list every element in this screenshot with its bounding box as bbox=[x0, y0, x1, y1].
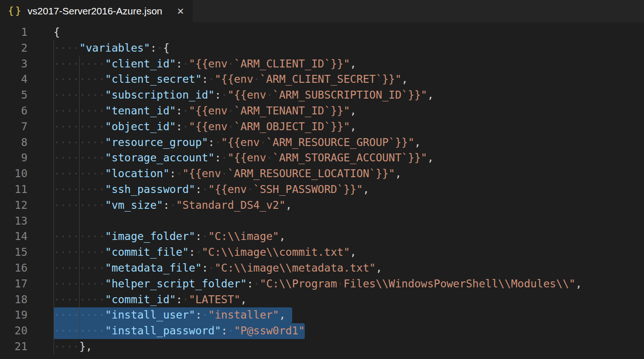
code-area[interactable]: 1{2····"variables":·{3········"client_id… bbox=[0, 25, 644, 355]
code-token: : bbox=[202, 262, 208, 274]
code-line-content[interactable]: ········"client_id":·"{{env·`ARM_CLIENT_… bbox=[54, 56, 356, 72]
line-number[interactable]: 8 bbox=[0, 135, 27, 151]
line-number[interactable]: 10 bbox=[0, 166, 27, 182]
code-line-content[interactable]: ········"ssh_password":·"{{env·`SSH_PASS… bbox=[54, 182, 369, 198]
line-number[interactable]: 13 bbox=[0, 213, 27, 229]
code-line[interactable]: 11········"ssh_password":·"{{env·`SSH_PA… bbox=[0, 182, 644, 198]
code-line[interactable]: 1{ bbox=[0, 25, 644, 40]
line-number[interactable]: 19 bbox=[0, 307, 27, 323]
code-line-content[interactable]: ········"vm_size":·"Standard_DS4_v2", bbox=[54, 198, 292, 213]
code-line[interactable]: 15········"commit_file":·"C:\\image\\com… bbox=[0, 245, 644, 260]
code-line[interactable]: 4········"client_secret":·"{{env·`ARM_CL… bbox=[0, 72, 644, 87]
code-token: , bbox=[350, 246, 356, 258]
line-number[interactable]: 3 bbox=[0, 56, 27, 72]
code-line[interactable]: 3········"client_id":·"{{env·`ARM_CLIENT… bbox=[0, 56, 644, 72]
line-number[interactable]: 6 bbox=[0, 103, 27, 119]
whitespace-dots: · bbox=[228, 105, 234, 117]
line-number[interactable]: 18 bbox=[0, 292, 27, 308]
code-line-content[interactable]: ········"client_secret":·"{{env·`ARM_CLI… bbox=[54, 72, 408, 87]
code-token: , bbox=[350, 105, 356, 117]
whitespace-dots: · bbox=[228, 58, 234, 70]
whitespace-dots: ········ bbox=[54, 152, 105, 164]
code-line[interactable]: 7········"object_id":·"{{env·`ARM_OBJECT… bbox=[0, 119, 644, 135]
line-number[interactable]: 14 bbox=[0, 229, 27, 245]
code-line[interactable]: 13 bbox=[0, 213, 644, 229]
code-token: "ssh_password" bbox=[105, 183, 195, 195]
code-token: : bbox=[195, 183, 202, 195]
code-line[interactable]: 21····}, bbox=[0, 339, 644, 355]
code-line-content[interactable]: ········"subscription_id":·"{{env·`ARM_S… bbox=[54, 87, 434, 103]
code-token: }, bbox=[79, 340, 92, 352]
code-token: "P@ssw0rd1" bbox=[234, 325, 305, 337]
code-line[interactable]: 8········"resource_group":·"{{env·`ARM_R… bbox=[0, 135, 644, 151]
code-line-content[interactable]: ········"install_password":·"P@ssw0rd1" bbox=[54, 323, 305, 339]
code-line[interactable]: 18········"commit_id":·"LATEST", bbox=[0, 292, 644, 308]
code-line[interactable]: 17········"helper_script_folder":·"C:\\P… bbox=[0, 276, 644, 292]
line-number[interactable]: 4 bbox=[0, 72, 27, 87]
code-token: "storage_account" bbox=[105, 152, 215, 164]
code-line-content[interactable]: { bbox=[54, 25, 60, 40]
tab-vs2017-server2016-azure-json[interactable]: {} vs2017-Server2016-Azure.json ✕ bbox=[0, 0, 193, 22]
code-line-content[interactable]: ········"tenant_id":·"{{env·`ARM_TENANT_… bbox=[54, 103, 356, 119]
code-line-content[interactable]: ····"variables":·{ bbox=[54, 40, 169, 56]
code-line-content[interactable]: ········"commit_file":·"C:\\image\\commi… bbox=[54, 245, 356, 260]
whitespace-dots: · bbox=[208, 262, 215, 274]
line-number[interactable]: 15 bbox=[0, 245, 27, 260]
whitespace-dots: ········ bbox=[54, 262, 105, 274]
code-token: "C:\\Program bbox=[260, 278, 337, 290]
whitespace-dots: · bbox=[202, 183, 208, 195]
code-line-content[interactable]: ········"location":·"{{env·`ARM_RESOURCE… bbox=[54, 166, 402, 182]
code-token: "{{env bbox=[208, 183, 247, 195]
code-line[interactable]: 20········"install_password":·"P@ssw0rd1… bbox=[0, 323, 644, 339]
line-number[interactable]: 12 bbox=[0, 198, 27, 213]
code-line-content[interactable]: ········"helper_script_folder":·"C:\\Pro… bbox=[54, 276, 582, 292]
close-tab-icon[interactable]: ✕ bbox=[175, 5, 186, 17]
whitespace-dots: ········ bbox=[54, 183, 105, 195]
code-line[interactable]: 2····"variables":·{ bbox=[0, 40, 644, 56]
line-number[interactable]: 7 bbox=[0, 119, 27, 135]
code-token: "{{env bbox=[189, 120, 228, 133]
code-token: `ARM_TENANT_ID`}}" bbox=[234, 105, 350, 117]
code-line-content[interactable]: ········"install_user":·"installer", bbox=[54, 307, 292, 323]
code-line[interactable]: 14········"image_folder":·"C:\\image", bbox=[0, 229, 644, 245]
whitespace-dots: ········ bbox=[54, 246, 105, 258]
whitespace-dots: · bbox=[182, 105, 189, 117]
code-line[interactable]: 9········"storage_account":·"{{env·`ARM_… bbox=[0, 150, 644, 166]
line-number[interactable]: 11 bbox=[0, 182, 27, 198]
whitespace-dots: ········ bbox=[54, 293, 105, 306]
code-token: : bbox=[176, 120, 182, 133]
code-line-content[interactable]: ········"commit_id":·"LATEST", bbox=[54, 292, 247, 308]
code-line-content[interactable]: ········"metadata_file":·"C:\\image\\met… bbox=[54, 260, 382, 276]
code-line[interactable]: 12········"vm_size":·"Standard_DS4_v2", bbox=[0, 198, 644, 213]
code-token: , bbox=[350, 120, 356, 133]
code-line[interactable]: 5········"subscription_id":·"{{env·`ARM_… bbox=[0, 87, 644, 103]
whitespace-dots: · bbox=[228, 325, 234, 337]
line-number[interactable]: 20 bbox=[0, 323, 27, 339]
whitespace-dots: · bbox=[337, 278, 343, 290]
line-number[interactable]: 16 bbox=[0, 260, 27, 276]
code-line-content[interactable]: ········"storage_account":·"{{env·`ARM_S… bbox=[54, 150, 434, 166]
code-line[interactable]: 6········"tenant_id":·"{{env·`ARM_TENANT… bbox=[0, 103, 644, 119]
line-number[interactable]: 5 bbox=[0, 87, 27, 103]
code-token: "location" bbox=[105, 167, 169, 180]
whitespace-dots: · bbox=[253, 73, 260, 85]
line-number[interactable]: 2 bbox=[0, 40, 27, 56]
line-number[interactable]: 9 bbox=[0, 150, 27, 166]
code-line-content[interactable]: ········"image_folder":·"C:\\image", bbox=[54, 229, 286, 245]
code-line[interactable]: 16········"metadata_file":·"C:\\image\\m… bbox=[0, 260, 644, 276]
code-editor[interactable]: 1{2····"variables":·{3········"client_id… bbox=[0, 22, 644, 359]
code-token: "C:\\image\\metadata.txt" bbox=[215, 262, 376, 274]
code-line[interactable]: 19········"install_user":·"installer", bbox=[0, 307, 644, 323]
code-line[interactable]: 10········"location":·"{{env·`ARM_RESOUR… bbox=[0, 166, 644, 182]
code-line-content[interactable]: ········"object_id":·"{{env·`ARM_OBJECT_… bbox=[54, 119, 356, 135]
whitespace-dots: · bbox=[195, 246, 202, 258]
line-number[interactable]: 1 bbox=[0, 25, 27, 40]
code-line-content[interactable]: ····}, bbox=[54, 339, 92, 355]
code-token: "vm_size" bbox=[105, 199, 163, 211]
code-line-content[interactable]: ········"resource_group":·"{{env·`ARM_RE… bbox=[54, 135, 421, 151]
code-token: "subscription_id" bbox=[105, 89, 215, 101]
line-number[interactable]: 21 bbox=[0, 339, 27, 355]
line-number[interactable]: 17 bbox=[0, 276, 27, 292]
code-token: "commit_id" bbox=[105, 293, 176, 306]
code-token: "variables" bbox=[79, 42, 150, 54]
